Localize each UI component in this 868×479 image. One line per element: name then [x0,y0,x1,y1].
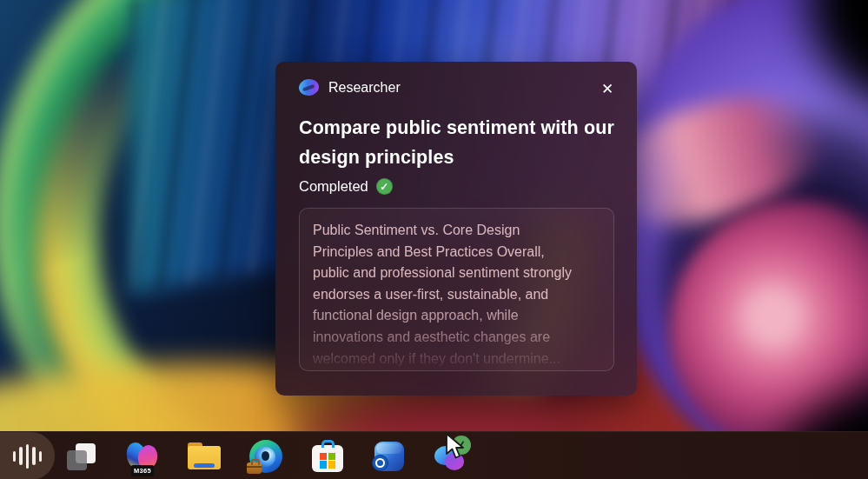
researcher-icon [298,77,320,96]
taskbar-file-explorer-button[interactable] [187,439,222,474]
microsoft-store-icon [312,440,343,473]
waveform-bar [19,447,23,465]
task-view-icon [64,441,97,472]
taskbar-m365-copilot-button[interactable]: M365 [125,439,160,474]
result-preview-box: Public Sentiment vs. Core Design Princip… [299,208,614,371]
file-explorer-icon [188,442,221,470]
close-icon: ✕ [601,82,613,96]
app-name: Researcher [328,80,401,96]
close-button[interactable]: ✕ [597,78,618,99]
taskbar-microsoft-store-button[interactable] [310,439,345,474]
completed-badge-icon: ✓ [452,436,471,455]
completed-check-icon: ✓ [376,178,393,195]
status-label: Completed [299,178,368,195]
taskbar-icons: M365 [63,432,468,479]
taskbar-outlook-button[interactable] [372,439,407,474]
store-handle [321,440,335,448]
waveform-bar [26,444,30,469]
outlook-icon [374,441,405,472]
taskbar-researcher-button[interactable]: ✓ [434,439,468,474]
notification-title: Compare public sentiment with our design… [299,113,614,172]
folder-file-stripe [194,463,215,468]
desktop: Researcher ✕ Compare public sentiment wi… [0,0,868,479]
outlook-o-badge [372,455,388,471]
researcher-purple-blob [445,453,464,470]
work-briefcase-badge-icon [247,462,262,474]
voice-indicator-button[interactable] [0,432,55,479]
badge-check-glyph: ✓ [455,438,467,451]
waveform-bar [32,447,36,465]
m365-badge: M365 [131,465,154,476]
check-glyph: ✓ [380,182,388,192]
status-row: Completed ✓ [299,178,614,195]
researcher-notification-card[interactable]: Researcher ✕ Compare public sentiment wi… [275,62,637,396]
waveform-icon [13,451,17,462]
waveform-bar [39,451,43,462]
taskbar: M365 [0,431,868,479]
edge-center [262,451,269,461]
taskbar-edge-button[interactable] [248,439,283,474]
taskbar-task-view-button[interactable] [63,439,98,474]
edge-icon [249,440,282,473]
microsoft-logo-icon [320,453,335,469]
notification-header: Researcher [299,79,614,96]
researcher-taskbar-icon: ✓ [434,441,467,472]
task-view-back-pane [67,450,87,470]
result-preview-text: Public Sentiment vs. Core Design Princip… [313,220,603,369]
